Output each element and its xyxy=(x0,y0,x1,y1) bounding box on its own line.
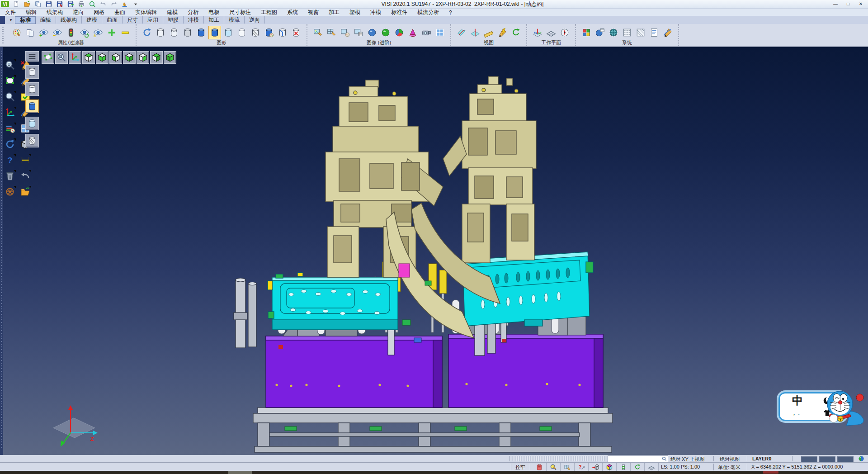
display-menu-button[interactable] xyxy=(25,51,39,62)
menu-machining[interactable]: 加工 xyxy=(324,9,344,16)
ui-sphere-button[interactable] xyxy=(594,26,606,39)
display-off-button[interactable] xyxy=(290,26,302,39)
cone-render-button[interactable] xyxy=(406,26,419,39)
regenerate-button[interactable] xyxy=(4,138,16,150)
scale-status[interactable]: LS: 1.00 PS: 1.00 xyxy=(661,464,700,469)
image-edit-button[interactable] xyxy=(311,26,324,39)
clip-section-button[interactable] xyxy=(455,26,468,39)
display-shaded-edges-button[interactable] xyxy=(208,26,221,39)
menu-help[interactable]: ? xyxy=(444,9,457,16)
tab-surface[interactable]: 曲面 xyxy=(102,16,123,24)
lock-toggle[interactable]: 拴牢 xyxy=(515,464,525,471)
dock-grip[interactable] xyxy=(1,51,2,449)
tab-modeling[interactable]: 建模 xyxy=(82,16,102,24)
menu-solid-edit[interactable]: 实体编辑 xyxy=(130,9,162,16)
camera-view-button[interactable] xyxy=(420,26,433,39)
delete-entities-button[interactable] xyxy=(4,170,16,182)
query-tool-button[interactable]: ? xyxy=(575,463,589,471)
display-hatched-button[interactable] xyxy=(249,26,262,39)
show-all-button[interactable] xyxy=(105,26,118,39)
open-file-button[interactable] xyxy=(22,0,32,8)
layer-stack-button[interactable] xyxy=(617,463,631,471)
selection-filter-button[interactable] xyxy=(65,26,77,39)
print-button[interactable] xyxy=(76,0,86,8)
display-hidden-button[interactable] xyxy=(181,26,194,39)
regen-graphics-button[interactable] xyxy=(141,26,153,39)
workplane-grid-button[interactable] xyxy=(545,26,557,39)
ime-punctuation-button[interactable]: ，。 xyxy=(791,409,804,417)
dynamic-ruler-button[interactable] xyxy=(482,26,495,39)
move-origin-button[interactable] xyxy=(4,107,16,118)
layer-color-swatch[interactable] xyxy=(837,456,854,462)
layer-color-swatch[interactable] xyxy=(801,456,817,462)
zoom-dynamic-button[interactable]: ± xyxy=(4,91,16,103)
rotate-view-button[interactable] xyxy=(631,463,645,471)
zoom-entity-button[interactable] xyxy=(4,59,16,71)
refresh-view-button[interactable] xyxy=(509,26,522,39)
active-layer-status[interactable]: LAYER0 xyxy=(752,456,771,461)
mode-transparent-button[interactable] xyxy=(25,117,39,130)
tab-edit[interactable]: 编辑 xyxy=(36,16,56,24)
select-box-button[interactable] xyxy=(4,75,16,87)
tab-reverse[interactable]: 逆向 xyxy=(245,16,265,24)
view-top-button[interactable] xyxy=(82,51,95,64)
view-orientation-status[interactable]: 绝对 XY 上视图 xyxy=(670,456,705,463)
units-status[interactable]: 单位: 毫米 xyxy=(718,464,741,471)
mode-wireframe-button[interactable] xyxy=(25,65,39,79)
mode-hatched-button[interactable] xyxy=(25,134,39,147)
save-all-button[interactable] xyxy=(65,0,75,8)
mode-shaded-button[interactable] xyxy=(25,100,39,113)
save-button[interactable] xyxy=(43,0,54,8)
menu-moldflow[interactable]: 模流分析 xyxy=(412,9,444,16)
open-document-button[interactable] xyxy=(19,186,31,198)
redo-button[interactable] xyxy=(108,0,119,8)
help-query-button[interactable]: ? xyxy=(4,154,16,166)
menu-mold[interactable]: 塑模 xyxy=(344,9,365,16)
menu-analysis[interactable]: 分析 xyxy=(183,9,203,16)
image-texture-button[interactable] xyxy=(352,26,365,39)
clipboard-lock-button[interactable] xyxy=(533,463,547,471)
minimize-button[interactable]: — xyxy=(829,0,842,8)
zoom-profile-button[interactable] xyxy=(547,463,561,471)
tab-moldflow[interactable]: 模流 xyxy=(224,16,245,24)
menu-electrode[interactable]: 电极 xyxy=(203,9,224,16)
menu-standard-parts[interactable]: 标准件 xyxy=(386,9,412,16)
workplane-compass-button[interactable] xyxy=(558,26,571,39)
display-hidden-dashed-button[interactable] xyxy=(168,26,180,39)
status-toolbar-grip[interactable] xyxy=(512,456,605,461)
menu-wireframe[interactable]: 线架构 xyxy=(42,9,68,16)
tab-dimension[interactable]: 尺寸 xyxy=(123,16,143,24)
undo-action-button[interactable] xyxy=(19,170,31,182)
display-wireframe-button[interactable] xyxy=(154,26,167,39)
hide-all-button[interactable] xyxy=(119,26,132,39)
visibility-toggle-button[interactable]: ± xyxy=(92,26,104,39)
view-corner-button[interactable] xyxy=(150,51,163,64)
plane-snap-button[interactable] xyxy=(645,463,659,471)
insert-file-button[interactable] xyxy=(33,0,43,8)
tab-machining[interactable]: 加工 xyxy=(204,16,224,24)
layer-color-swatch[interactable] xyxy=(819,456,835,462)
view-front-button[interactable] xyxy=(123,51,136,64)
menu-system[interactable]: 系统 xyxy=(282,9,303,16)
menu-modeling[interactable]: 建模 xyxy=(162,9,183,16)
sphere-material-button[interactable] xyxy=(379,26,392,39)
view-right-button[interactable] xyxy=(137,51,149,64)
copy-properties-button[interactable] xyxy=(24,26,37,39)
grid-edit-button[interactable] xyxy=(561,463,575,471)
workplane-box-button[interactable] xyxy=(603,463,617,471)
tab-film[interactable]: 塑膜 xyxy=(163,16,184,24)
ribbon-grip[interactable] xyxy=(2,27,4,44)
zoom-view-button[interactable] xyxy=(55,51,68,64)
display-transparent-button[interactable] xyxy=(222,26,235,39)
display-section-button[interactable] xyxy=(276,26,289,39)
menu-mesh[interactable]: 网格 xyxy=(89,9,109,16)
view-bottom-button[interactable] xyxy=(96,51,108,64)
workplane-axes-button[interactable] xyxy=(531,26,544,39)
display-flat-button[interactable] xyxy=(236,26,248,39)
grid-display-button[interactable] xyxy=(634,26,647,39)
clip-plane-button[interactable] xyxy=(469,26,481,39)
display-render-settings-button[interactable] xyxy=(263,26,275,39)
mode-hidden-line-button[interactable] xyxy=(25,82,39,96)
show-remove-button[interactable]: − xyxy=(51,26,64,39)
fit-view-button[interactable] xyxy=(42,51,54,64)
